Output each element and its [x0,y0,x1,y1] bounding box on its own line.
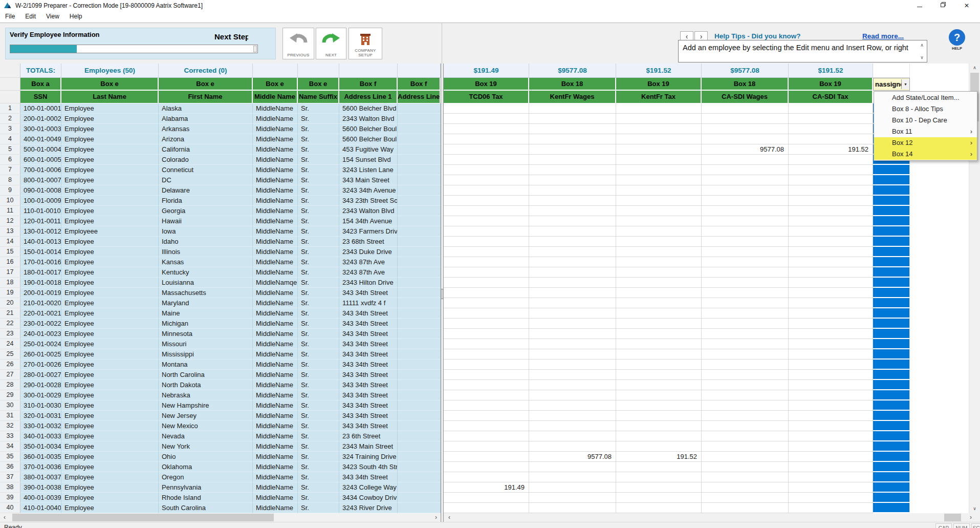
cell-kentfr_tax[interactable] [616,165,702,175]
cell-name-suffix[interactable]: Sr. [298,308,339,319]
cell-kentfr_tax[interactable] [616,134,702,144]
cell-middle-name[interactable]: MiddleName [253,124,298,134]
cell-kentfr_wages[interactable] [529,124,616,134]
cell-first-name[interactable]: Kansas [159,257,253,267]
cell-name-suffix[interactable]: Sr. [298,319,339,329]
cell-kentfr_tax[interactable] [616,226,702,237]
cell-casdi_wages[interactable] [702,165,789,175]
cell-casdi_wages[interactable] [702,278,789,288]
cell-first-name[interactable]: Montana [159,360,253,370]
cell-middle-name[interactable]: MiddleName [253,421,298,431]
cell-kentfr_tax[interactable] [616,103,702,114]
cell-kentfr_wages[interactable] [529,380,616,390]
cell-last-name[interactable]: Employee [61,144,159,155]
menu-item-box-12[interactable]: Box 12› [874,137,977,149]
cell-middle-name[interactable]: MiddleName [253,247,298,257]
cell-casdi_tax[interactable] [789,134,873,144]
cell-casdi_wages[interactable] [702,196,789,206]
cell-kentfr_wages[interactable] [529,462,616,472]
cell-kentfr_tax[interactable] [616,196,702,206]
cell-address-2[interactable] [398,503,441,513]
cell-kentfr_wages[interactable] [529,431,616,441]
cell-middle-name[interactable]: MiddleName [253,196,298,206]
cell-casdi_wages[interactable]: 9577.08 [702,144,789,155]
cell-kentfr_wages[interactable] [529,206,616,216]
cell-address-2[interactable] [398,482,441,493]
row-number[interactable]: 25 [0,349,20,360]
cell-casdi_wages[interactable] [702,452,789,462]
cell-address-1[interactable]: 3243 Listen Lane [339,165,398,175]
cell-casdi_wages[interactable] [702,329,789,339]
cell-middle-name[interactable]: MiddleName [253,114,298,124]
cell-first-name[interactable]: Illinois [159,247,253,257]
cell-address-2[interactable] [398,247,441,257]
cell-tcd06_tax[interactable] [444,400,529,411]
cell-tcd06_tax[interactable] [444,185,529,196]
cell-name-suffix[interactable]: Sr. [298,339,339,349]
close-icon[interactable]: ✕ [959,0,974,11]
cell-address-1[interactable]: 11111 xvdfz 4 f [339,298,398,308]
cell-tcd06_tax[interactable] [444,103,529,114]
cell-tcd06_tax[interactable] [444,319,529,329]
cell-casdi_wages[interactable] [702,411,789,421]
selected-unassigned-cell[interactable] [873,370,910,380]
cell-address-2[interactable] [398,226,441,237]
cell-casdi_wages[interactable] [702,431,789,441]
cell-first-name[interactable]: Michigan [159,319,253,329]
row-number[interactable]: 12 [0,216,20,226]
cell-kentfr_tax[interactable] [616,441,702,452]
cell-casdi_tax[interactable] [789,308,873,319]
cell-name-suffix[interactable]: Sr. [298,185,339,196]
cell-name-suffix[interactable]: Sr. [298,349,339,360]
cell-kentfr_wages[interactable] [529,247,616,257]
cell-first-name[interactable]: Maine [159,308,253,319]
cell-kentfr_wages[interactable] [529,390,616,400]
cell-ssn[interactable]: 210-01-0020 [20,298,61,308]
cell-first-name[interactable]: California [159,144,253,155]
cell-kentfr_wages[interactable] [529,144,616,155]
cell-tcd06_tax[interactable] [444,503,529,513]
row-number[interactable]: 39 [0,493,20,503]
cell-casdi_tax[interactable] [789,380,873,390]
cell-name-suffix[interactable]: Sr. [298,482,339,493]
scroll-up-icon[interactable]: ∧ [969,64,980,72]
minimize-button[interactable] [912,0,927,11]
selected-unassigned-cell[interactable] [873,247,910,257]
row-number[interactable]: 40 [0,503,20,513]
cell-kentfr_wages[interactable] [529,319,616,329]
cell-ssn[interactable]: 100-01-0009 [20,196,61,206]
cell-casdi_wages[interactable] [702,267,789,278]
scroll-down-icon[interactable]: ∨ [969,504,980,513]
cell-tcd06_tax[interactable] [444,339,529,349]
cell-address-1[interactable]: 343 34th Street [339,360,398,370]
cell-name-suffix[interactable]: Sr. [298,103,339,114]
cell-casdi_wages[interactable] [702,472,789,482]
menu-item-box-11[interactable]: Box 11› [874,126,977,137]
cell-last-name[interactable]: Employee [61,503,159,513]
cell-middle-name[interactable]: MiddleName [253,472,298,482]
cell-kentfr_wages[interactable] [529,165,616,175]
row-number[interactable]: 32 [0,421,20,431]
cell-middle-name[interactable]: MiddleName [253,155,298,165]
cell-casdi_tax[interactable] [789,185,873,196]
cell-ssn[interactable]: 330-01-0032 [20,421,61,431]
cell-kentfr_wages[interactable] [529,114,616,124]
cell-casdi_wages[interactable] [702,134,789,144]
cell-last-name[interactable]: Employee [61,339,159,349]
cell-tcd06_tax[interactable] [444,380,529,390]
cell-ssn[interactable]: 370-01-0036 [20,462,61,472]
cell-casdi_tax[interactable] [789,226,873,237]
cell-ssn[interactable]: 180-01-0017 [20,267,61,278]
cell-address-1[interactable]: 343 34th Street [339,400,398,411]
cell-casdi_tax[interactable] [789,431,873,441]
cell-ssn[interactable]: 280-01-0027 [20,370,61,380]
cell-address-1[interactable]: 3423 Farmers Driv [339,226,398,237]
cell-kentfr_tax[interactable] [616,155,702,165]
cell-kentfr_tax[interactable] [616,278,702,288]
cell-ssn[interactable]: 300-01-0029 [20,390,61,400]
next-button[interactable]: NEXT [316,28,346,59]
cell-ssn[interactable]: 240-01-0023 [20,329,61,339]
cell-kentfr_tax[interactable]: 191.52 [616,452,702,462]
cell-casdi_tax[interactable] [789,339,873,349]
row-number[interactable]: 1 [0,103,20,114]
